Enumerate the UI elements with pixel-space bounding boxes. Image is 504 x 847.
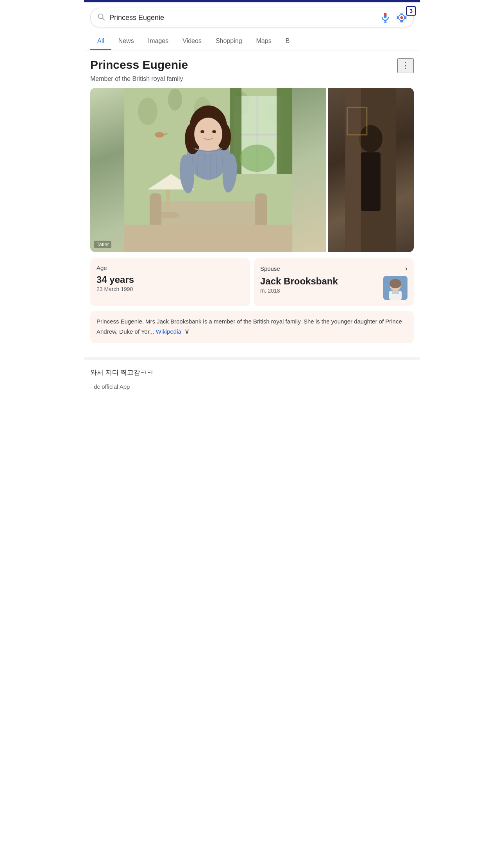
svg-rect-61 xyxy=(392,291,399,294)
desc-text: Princess Eugenie, Mrs Jack Brooksbank is… xyxy=(97,317,407,337)
spouse-avatar xyxy=(383,276,407,300)
search-icons-right xyxy=(380,12,407,23)
bottom-section: 와서 지디 찍고감ㅋㅋ - dc official App xyxy=(84,360,420,398)
kp-subtitle: Member of the British royal family xyxy=(90,75,414,82)
desc-chevron-icon: ∨ xyxy=(184,326,189,337)
korean-text: 와서 지디 찍고감ㅋㅋ xyxy=(90,368,414,377)
tab-all[interactable]: All xyxy=(90,32,111,50)
image-gallery[interactable]: Tatler xyxy=(90,88,414,252)
svg-point-26 xyxy=(239,145,275,172)
app-label: - dc official App xyxy=(90,383,414,390)
nav-tabs: All News Images Videos Shopping Maps B xyxy=(84,32,420,50)
kp-title: Princess Eugenie xyxy=(90,58,188,71)
spouse-name: Jack Brooksbank xyxy=(260,276,380,287)
tab-books[interactable]: B xyxy=(279,32,297,50)
svg-rect-54 xyxy=(361,152,381,211)
search-icon xyxy=(97,13,105,23)
svg-rect-11 xyxy=(397,16,399,19)
tab-videos[interactable]: Videos xyxy=(175,32,209,50)
age-card[interactable]: Age 34 years 23 March 1990 xyxy=(90,258,250,306)
spouse-text: Jack Brooksbank m. 2018 xyxy=(260,276,380,294)
age-detail: 23 March 1990 xyxy=(97,286,244,292)
svg-point-19 xyxy=(155,132,164,138)
age-value: 34 years xyxy=(97,274,244,285)
svg-point-41 xyxy=(212,130,216,133)
spouse-label: Spouse › xyxy=(260,264,407,273)
search-input[interactable]: Princess Eugenie xyxy=(109,14,380,22)
tab-news[interactable]: News xyxy=(111,32,141,50)
desc-card[interactable]: Princess Eugenie, Mrs Jack Brooksbank is… xyxy=(90,311,414,343)
svg-line-1 xyxy=(102,18,104,20)
svg-point-39 xyxy=(194,118,222,150)
spouse-card-content: Jack Brooksbank m. 2018 xyxy=(260,276,407,300)
tab-maps[interactable]: Maps xyxy=(249,32,279,50)
info-cards: Age 34 years 23 March 1990 Spouse › Jack… xyxy=(90,258,414,306)
spouse-detail: m. 2018 xyxy=(260,288,380,294)
lens-icon[interactable] xyxy=(396,12,407,23)
svg-point-14 xyxy=(138,98,157,125)
age-label: Age xyxy=(97,264,244,271)
svg-rect-9 xyxy=(400,13,403,14)
svg-rect-12 xyxy=(405,16,407,19)
side-image[interactable] xyxy=(328,88,414,252)
main-content: Princess Eugenie ⋮ Member of the British… xyxy=(84,50,420,357)
mic-icon[interactable] xyxy=(380,12,391,23)
wikipedia-link[interactable]: Wikipedia xyxy=(156,328,181,335)
svg-rect-25 xyxy=(277,88,292,174)
svg-point-40 xyxy=(200,130,204,133)
desc-toggle[interactable]: ∨ xyxy=(184,326,189,337)
spouse-chevron-icon: › xyxy=(405,264,407,273)
svg-point-59 xyxy=(390,279,401,288)
image-source-label: Tatler xyxy=(94,241,111,248)
separator xyxy=(84,357,420,360)
search-box[interactable]: Princess Eugenie xyxy=(90,8,414,27)
tab-images[interactable]: Images xyxy=(141,32,175,50)
kp-title-row: Princess Eugenie ⋮ xyxy=(90,58,414,73)
search-area: Princess Eugenie 3 xyxy=(84,2,420,32)
tab-shopping[interactable]: Shopping xyxy=(209,32,249,50)
tab-count-badge[interactable]: 3 xyxy=(406,6,416,16)
more-options-button[interactable]: ⋮ xyxy=(397,58,414,73)
svg-rect-10 xyxy=(400,21,403,23)
main-image[interactable]: Tatler xyxy=(90,88,326,252)
svg-point-53 xyxy=(359,125,382,152)
svg-rect-5 xyxy=(384,13,387,15)
svg-point-15 xyxy=(168,89,182,111)
svg-point-8 xyxy=(400,16,403,19)
spouse-card[interactable]: Spouse › Jack Brooksbank m. 2018 xyxy=(254,258,414,306)
svg-rect-50 xyxy=(124,225,292,252)
